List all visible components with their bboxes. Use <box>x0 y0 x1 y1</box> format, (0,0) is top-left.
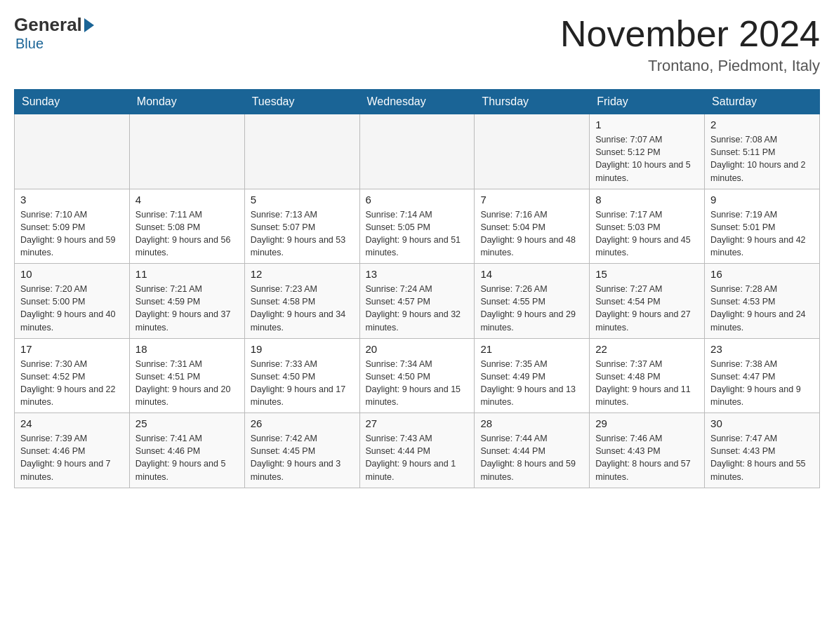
calendar-cell: 15Sunrise: 7:27 AMSunset: 4:54 PMDayligh… <box>590 264 705 339</box>
day-number: 12 <box>251 268 354 280</box>
day-info: Sunrise: 7:38 AMSunset: 4:47 PMDaylight:… <box>710 358 814 409</box>
day-number: 25 <box>135 417 239 429</box>
calendar-cell: 16Sunrise: 7:28 AMSunset: 4:53 PMDayligh… <box>705 264 820 339</box>
day-info: Sunrise: 7:07 AMSunset: 5:12 PMDaylight:… <box>595 133 699 185</box>
calendar-header-sunday: Sunday <box>15 90 130 114</box>
day-number: 8 <box>595 194 699 206</box>
day-info: Sunrise: 7:35 AMSunset: 4:49 PMDaylight:… <box>480 358 583 409</box>
month-title: November 2024 <box>560 14 820 54</box>
day-info: Sunrise: 7:43 AMSunset: 4:44 PMDaylight:… <box>366 432 469 483</box>
page-header: General Blue November 2024 Trontano, Pie… <box>14 14 820 75</box>
calendar-cell: 7Sunrise: 7:16 AMSunset: 5:04 PMDaylight… <box>475 189 590 264</box>
calendar-cell <box>475 114 590 189</box>
calendar-cell: 6Sunrise: 7:14 AMSunset: 5:05 PMDaylight… <box>359 189 475 264</box>
calendar-cell <box>129 114 244 189</box>
calendar-week-row: 10Sunrise: 7:20 AMSunset: 5:00 PMDayligh… <box>15 264 820 339</box>
calendar-header-saturday: Saturday <box>705 90 820 114</box>
day-info: Sunrise: 7:41 AMSunset: 4:46 PMDaylight:… <box>135 432 239 483</box>
calendar-cell: 22Sunrise: 7:37 AMSunset: 4:48 PMDayligh… <box>590 338 705 413</box>
day-info: Sunrise: 7:19 AMSunset: 5:01 PMDaylight:… <box>710 208 814 260</box>
day-number: 21 <box>480 343 583 355</box>
day-number: 2 <box>710 119 814 130</box>
day-number: 26 <box>251 417 354 429</box>
day-info: Sunrise: 7:39 AMSunset: 4:46 PMDaylight:… <box>20 432 124 483</box>
calendar-header-row: SundayMondayTuesdayWednesdayThursdayFrid… <box>15 90 820 114</box>
day-info: Sunrise: 7:20 AMSunset: 5:00 PMDaylight:… <box>20 283 124 334</box>
calendar-header-monday: Monday <box>129 90 244 114</box>
day-info: Sunrise: 7:42 AMSunset: 4:45 PMDaylight:… <box>251 432 354 483</box>
calendar-cell: 4Sunrise: 7:11 AMSunset: 5:08 PMDaylight… <box>129 189 244 264</box>
calendar-cell: 28Sunrise: 7:44 AMSunset: 4:44 PMDayligh… <box>475 413 590 488</box>
calendar-cell: 1Sunrise: 7:07 AMSunset: 5:12 PMDaylight… <box>590 114 705 189</box>
day-number: 4 <box>135 194 239 206</box>
day-info: Sunrise: 7:24 AMSunset: 4:57 PMDaylight:… <box>366 283 469 334</box>
day-info: Sunrise: 7:08 AMSunset: 5:11 PMDaylight:… <box>710 133 814 185</box>
logo-blue-text: Blue <box>15 36 44 52</box>
day-info: Sunrise: 7:21 AMSunset: 4:59 PMDaylight:… <box>135 283 239 334</box>
calendar-cell: 9Sunrise: 7:19 AMSunset: 5:01 PMDaylight… <box>705 189 820 264</box>
day-info: Sunrise: 7:46 AMSunset: 4:43 PMDaylight:… <box>595 432 699 483</box>
day-number: 22 <box>595 343 699 355</box>
calendar-week-row: 24Sunrise: 7:39 AMSunset: 4:46 PMDayligh… <box>15 413 820 488</box>
calendar-cell <box>15 114 130 189</box>
day-number: 20 <box>366 343 469 355</box>
calendar-cell: 30Sunrise: 7:47 AMSunset: 4:43 PMDayligh… <box>705 413 820 488</box>
calendar-cell: 27Sunrise: 7:43 AMSunset: 4:44 PMDayligh… <box>359 413 475 488</box>
day-number: 28 <box>480 417 583 429</box>
calendar-cell: 10Sunrise: 7:20 AMSunset: 5:00 PMDayligh… <box>15 264 130 339</box>
day-number: 15 <box>595 268 699 280</box>
day-info: Sunrise: 7:28 AMSunset: 4:53 PMDaylight:… <box>710 283 814 334</box>
day-info: Sunrise: 7:16 AMSunset: 5:04 PMDaylight:… <box>480 208 583 260</box>
day-number: 6 <box>366 194 469 206</box>
calendar-cell: 11Sunrise: 7:21 AMSunset: 4:59 PMDayligh… <box>129 264 244 339</box>
calendar-week-row: 17Sunrise: 7:30 AMSunset: 4:52 PMDayligh… <box>15 338 820 413</box>
day-info: Sunrise: 7:17 AMSunset: 5:03 PMDaylight:… <box>595 208 699 260</box>
calendar-cell: 3Sunrise: 7:10 AMSunset: 5:09 PMDaylight… <box>15 189 130 264</box>
day-info: Sunrise: 7:44 AMSunset: 4:44 PMDaylight:… <box>480 432 583 483</box>
calendar-cell: 24Sunrise: 7:39 AMSunset: 4:46 PMDayligh… <box>15 413 130 488</box>
day-number: 30 <box>710 417 814 429</box>
day-info: Sunrise: 7:23 AMSunset: 4:58 PMDaylight:… <box>251 283 354 334</box>
calendar-week-row: 1Sunrise: 7:07 AMSunset: 5:12 PMDaylight… <box>15 114 820 189</box>
day-number: 19 <box>251 343 354 355</box>
calendar-cell <box>359 114 475 189</box>
calendar-header-friday: Friday <box>590 90 705 114</box>
day-info: Sunrise: 7:30 AMSunset: 4:52 PMDaylight:… <box>20 358 124 409</box>
day-number: 27 <box>366 417 469 429</box>
calendar-cell: 21Sunrise: 7:35 AMSunset: 4:49 PMDayligh… <box>475 338 590 413</box>
calendar-cell: 29Sunrise: 7:46 AMSunset: 4:43 PMDayligh… <box>590 413 705 488</box>
logo-arrow-icon <box>84 18 94 32</box>
day-number: 10 <box>20 268 124 280</box>
day-info: Sunrise: 7:34 AMSunset: 4:50 PMDaylight:… <box>366 358 469 409</box>
calendar-cell: 19Sunrise: 7:33 AMSunset: 4:50 PMDayligh… <box>244 338 359 413</box>
calendar-cell: 25Sunrise: 7:41 AMSunset: 4:46 PMDayligh… <box>129 413 244 488</box>
calendar-cell: 13Sunrise: 7:24 AMSunset: 4:57 PMDayligh… <box>359 264 475 339</box>
day-info: Sunrise: 7:31 AMSunset: 4:51 PMDaylight:… <box>135 358 239 409</box>
day-info: Sunrise: 7:26 AMSunset: 4:55 PMDaylight:… <box>480 283 583 334</box>
logo-general-text: General <box>14 14 82 36</box>
day-number: 17 <box>20 343 124 355</box>
day-info: Sunrise: 7:11 AMSunset: 5:08 PMDaylight:… <box>135 208 239 260</box>
day-number: 14 <box>480 268 583 280</box>
calendar-cell: 26Sunrise: 7:42 AMSunset: 4:45 PMDayligh… <box>244 413 359 488</box>
title-section: November 2024 Trontano, Piedmont, Italy <box>560 14 820 75</box>
calendar-cell: 18Sunrise: 7:31 AMSunset: 4:51 PMDayligh… <box>129 338 244 413</box>
day-number: 24 <box>20 417 124 429</box>
day-info: Sunrise: 7:33 AMSunset: 4:50 PMDaylight:… <box>251 358 354 409</box>
calendar-header-tuesday: Tuesday <box>244 90 359 114</box>
calendar-cell: 8Sunrise: 7:17 AMSunset: 5:03 PMDaylight… <box>590 189 705 264</box>
day-number: 1 <box>595 119 699 130</box>
calendar-week-row: 3Sunrise: 7:10 AMSunset: 5:09 PMDaylight… <box>15 189 820 264</box>
calendar-cell: 23Sunrise: 7:38 AMSunset: 4:47 PMDayligh… <box>705 338 820 413</box>
logo: General Blue <box>14 14 94 52</box>
calendar-cell: 12Sunrise: 7:23 AMSunset: 4:58 PMDayligh… <box>244 264 359 339</box>
day-info: Sunrise: 7:13 AMSunset: 5:07 PMDaylight:… <box>251 208 354 260</box>
day-number: 18 <box>135 343 239 355</box>
calendar-cell: 14Sunrise: 7:26 AMSunset: 4:55 PMDayligh… <box>475 264 590 339</box>
day-number: 16 <box>710 268 814 280</box>
location-text: Trontano, Piedmont, Italy <box>560 57 820 75</box>
calendar-cell: 17Sunrise: 7:30 AMSunset: 4:52 PMDayligh… <box>15 338 130 413</box>
day-number: 13 <box>366 268 469 280</box>
calendar-cell: 20Sunrise: 7:34 AMSunset: 4:50 PMDayligh… <box>359 338 475 413</box>
day-info: Sunrise: 7:47 AMSunset: 4:43 PMDaylight:… <box>710 432 814 483</box>
